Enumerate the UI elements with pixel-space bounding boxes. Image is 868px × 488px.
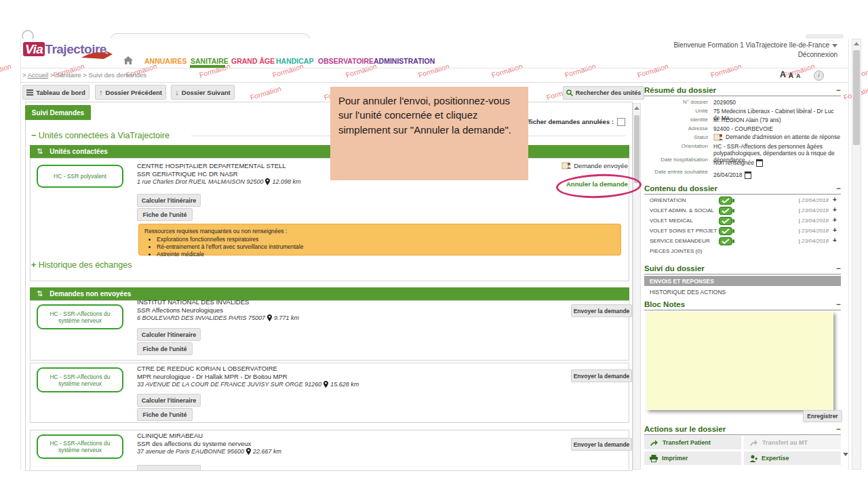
logout-link[interactable]: Déconnexion: [610, 51, 837, 58]
browser-scrollbar-thumb[interactable]: [853, 50, 860, 145]
summary-section-header[interactable]: Résumé du dossier: [644, 86, 841, 96]
history-section-toggle[interactable]: Historique des échanges: [31, 260, 132, 270]
scroll-up-arrow-icon[interactable]: [854, 42, 859, 45]
unit-sheet-label: Fiche de l'unité: [142, 211, 186, 218]
save-notes-button[interactable]: Enregistrer: [803, 410, 842, 422]
dossier-item-date: 23/04/2018: [773, 238, 829, 244]
print-label: Imprimer: [662, 455, 688, 462]
text-size-medium[interactable]: A: [789, 72, 793, 79]
collapse-icon[interactable]: [836, 264, 841, 272]
nav-administration[interactable]: ADMINISTRATION: [374, 57, 435, 65]
home-icon[interactable]: [123, 56, 133, 64]
next-dossier-button[interactable]: ↓ Dossier Suivant: [171, 85, 235, 100]
dossier-item-label[interactable]: SERVICE DEMANDEUR: [650, 238, 710, 244]
dossier-item-label[interactable]: ORIENTATION: [650, 197, 686, 203]
unit-sheet-button[interactable]: Fiche de l'unité: [137, 408, 193, 421]
sort-icon: ⇅: [37, 289, 43, 298]
historique-actions-item[interactable]: HISTORIQUE DES ACTIONS: [650, 289, 726, 296]
dossier-item-label[interactable]: VOLET ADMIN. & SOCIAL: [650, 207, 714, 214]
dossier-item-date: 23/04/2018: [773, 228, 829, 234]
notes-section-header[interactable]: Bloc Notes: [644, 300, 841, 310]
expand-icon[interactable]: +: [833, 216, 837, 224]
nav-annuaires[interactable]: ANNUAIRES: [144, 57, 186, 65]
expand-icon[interactable]: +: [833, 237, 837, 244]
breadcrumb-home[interactable]: Accueil: [28, 71, 49, 79]
dossier-item-date: 23/04/2018: [773, 197, 829, 203]
actions-section-header[interactable]: Actions sur le dossier: [644, 425, 841, 435]
content-title: Contenu du dossier: [644, 184, 717, 192]
route-button-clipped[interactable]: [137, 465, 201, 470]
logo-arrow-icon: [81, 49, 113, 60]
complete-check-icon: [719, 227, 735, 235]
unit-name: CLINIQUE MIRABEAU: [137, 432, 203, 439]
show-cancelled-checkbox[interactable]: [617, 118, 625, 126]
tab-suivi-demandes[interactable]: Suivi Demandes: [25, 105, 91, 120]
nav-observatoire[interactable]: OBSERVATOIRE: [318, 57, 374, 65]
expand-icon[interactable]: +: [833, 206, 837, 214]
divider: [20, 68, 848, 68]
bloc-notes-textarea[interactable]: [646, 312, 833, 410]
dossier-item-label[interactable]: VOLET MEDICAL: [650, 218, 693, 224]
route-button[interactable]: Calculer l'itineraire: [137, 328, 201, 341]
breadcrumb: Accueil Sanitaire Suivi des demandes: [22, 71, 146, 79]
unit-address-line: 6 BOULEVARD DES INVALIDES PARIS 75007 9.…: [137, 314, 299, 321]
user-menu[interactable]: Bienvenue Formation 1 ViaTrajectoire Ile…: [610, 41, 837, 58]
attachments-label[interactable]: PIECES JOINTES (0): [650, 248, 702, 254]
unit-sheet-label: Fiche de l'unité: [142, 411, 186, 418]
route-button-label: Calculer l'itineraire: [142, 397, 197, 404]
collapse-icon[interactable]: [836, 184, 841, 192]
unit-address: 6 BOULEVARD DES INVALIDES PARIS 75007: [137, 314, 265, 321]
collapse-icon[interactable]: [836, 86, 841, 94]
main-scrollbar-thumb[interactable]: [634, 115, 639, 183]
next-dossier-label: Dossier Suivant: [182, 89, 231, 96]
person-icon: [749, 455, 757, 462]
sidebar-scroll-down-icon[interactable]: [843, 453, 848, 456]
unit-sheet-button[interactable]: Fiche de l'unité: [137, 342, 193, 355]
calendar-icon[interactable]: [745, 171, 751, 179]
summary-label: Date hospitalisation: [644, 157, 708, 163]
expertise-button[interactable]: Expertise: [744, 451, 841, 465]
envois-reponses-item[interactable]: ENVOIS ET REPONSES: [644, 276, 841, 286]
contacted-units-bar[interactable]: ⇅ Unités contactées: [30, 145, 629, 158]
dashboard-button[interactable]: Tableau de bord: [22, 85, 90, 100]
route-button[interactable]: Calculer l'itinéraire: [137, 194, 201, 207]
previous-dossier-button[interactable]: ↑ Dossier Précédent: [95, 85, 166, 100]
unit-service: SSR GERIATRIQUE HC DR NASR: [137, 170, 238, 178]
content-section-header[interactable]: Contenu du dossier: [644, 184, 841, 195]
unsent-requests-bar[interactable]: ⇅ Demandes non envoyées: [30, 287, 629, 300]
send-request-label: Envoyer la demande: [574, 373, 630, 380]
unit-sheet-button[interactable]: Fiche de l'unité: [137, 208, 193, 221]
summary-label: N° dossier: [644, 99, 708, 105]
search-units-button[interactable]: Rechercher des unités: [563, 86, 644, 100]
nav-grand-age[interactable]: GRAND ÂGE: [231, 57, 275, 65]
sort-icon: ⇅: [37, 147, 43, 156]
connected-units-section-toggle[interactable]: Unités connectées à ViaTrajectoire: [31, 131, 170, 140]
map-pin-icon: [265, 178, 270, 185]
expand-icon[interactable]: +: [833, 196, 837, 203]
text-size-small[interactable]: A: [796, 73, 801, 79]
dossier-item-label[interactable]: VOLET SOINS ET PROJET: [650, 228, 717, 234]
history-title: Historique des échanges: [39, 260, 132, 270]
followup-section-header[interactable]: Suivi du dossier: [644, 264, 841, 274]
dossier-item-date: 23/04/2018: [773, 218, 829, 224]
print-button[interactable]: Imprimer: [644, 451, 741, 465]
calendar-icon[interactable]: [756, 159, 763, 167]
transfer-patient-button[interactable]: Transfert Patient: [644, 436, 741, 449]
text-size-large[interactable]: A: [780, 70, 786, 79]
collapse-icon[interactable]: [836, 425, 841, 433]
nav-sanitaire[interactable]: SANITAIRE: [191, 57, 229, 65]
collapse-icon[interactable]: [836, 300, 841, 308]
send-request-button[interactable]: Envoyer la demande: [571, 438, 632, 451]
expand-icon[interactable]: +: [833, 226, 837, 234]
summary-label: Identité: [644, 117, 708, 123]
text-size-controls[interactable]: A A A: [780, 70, 800, 79]
send-request-button[interactable]: Envoyer la demande: [571, 369, 632, 382]
actions-title: Actions sur le dossier: [644, 425, 726, 433]
route-button[interactable]: Calculer l'itineraire: [137, 394, 201, 407]
nav-handicap[interactable]: HANDICAP: [276, 57, 313, 65]
dashboard-button-label: Tableau de bord: [36, 89, 85, 96]
scroll-up-arrow-icon[interactable]: [634, 106, 639, 110]
breadcrumb-separator: [50, 71, 56, 79]
send-request-button[interactable]: Envoyer la demande: [571, 304, 632, 317]
info-icon[interactable]: [814, 70, 824, 81]
